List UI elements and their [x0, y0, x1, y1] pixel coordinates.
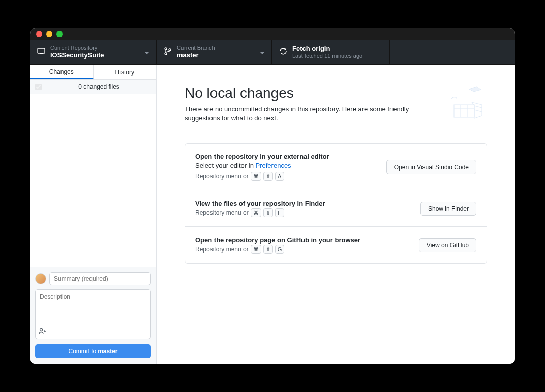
sync-icon	[279, 47, 287, 57]
svg-rect-0	[38, 48, 45, 53]
svg-line-10	[474, 106, 482, 108]
svg-line-11	[474, 110, 482, 112]
card-shortcut: Repository menu or⌘⇧G	[195, 245, 409, 254]
suggestion-card: View the files of your repository in Fin…	[185, 190, 487, 227]
keyboard-key: ⇧	[263, 172, 273, 181]
repo-label: Current Repository	[50, 45, 140, 51]
add-coauthors-button[interactable]	[36, 325, 150, 339]
commit-button-branch: master	[98, 348, 117, 355]
caret-down-icon	[260, 48, 264, 57]
caret-down-icon	[145, 48, 149, 57]
card-title: Open the repository page on GitHub in yo…	[195, 236, 409, 244]
changed-files-count: 0 changed files	[47, 83, 151, 90]
app-window: Current Repository IOSSecuritySuite Curr…	[30, 28, 515, 364]
svg-point-3	[165, 53, 167, 55]
keyboard-key: ⌘	[251, 172, 261, 181]
page-subtitle: There are no uncommitted changes in this…	[185, 105, 444, 123]
svg-point-5	[40, 329, 43, 331]
keyboard-key: ⇧	[263, 245, 273, 254]
changes-list	[30, 94, 156, 267]
window-maximize-button[interactable]	[56, 31, 63, 37]
content-area: No local changes There are no uncommitte…	[157, 65, 515, 364]
branch-name: master	[177, 51, 255, 59]
avatar	[35, 273, 46, 284]
window-minimize-button[interactable]	[46, 31, 52, 37]
repo-name: IOSSecuritySuite	[50, 51, 140, 59]
hero-illustration	[444, 84, 487, 122]
keyboard-key: F	[275, 208, 284, 217]
titlebar	[30, 28, 515, 40]
branch-label: Current Branch	[177, 45, 255, 51]
commit-button-prefix: Commit to	[68, 348, 96, 355]
card-action-button[interactable]: Show in Finder	[420, 202, 476, 216]
window-close-button[interactable]	[36, 31, 42, 37]
card-shortcut: Repository menu or⌘⇧F	[195, 208, 410, 217]
page-title: No local changes	[185, 85, 487, 102]
commit-description-input[interactable]	[36, 290, 150, 325]
commit-button[interactable]: Commit to master	[35, 344, 151, 358]
current-branch-dropdown[interactable]: Current Branch master	[157, 40, 272, 64]
keyboard-key: G	[275, 245, 285, 254]
card-subtitle: Select your editor in Preferences	[195, 161, 376, 169]
sidebar: Changes History 0 changed files	[30, 65, 157, 364]
toolbar: Current Repository IOSSecuritySuite Curr…	[30, 40, 515, 65]
svg-rect-6	[454, 105, 474, 117]
current-repository-dropdown[interactable]: Current Repository IOSSecuritySuite	[30, 40, 157, 64]
commit-summary-input[interactable]	[49, 272, 151, 285]
keyboard-key: ⇧	[263, 208, 273, 217]
select-all-checkbox[interactable]	[35, 84, 42, 90]
sidebar-tabs: Changes History	[30, 65, 156, 80]
keyboard-key: A	[275, 172, 284, 181]
card-action-button[interactable]: Open in Visual Studio Code	[386, 160, 476, 174]
git-branch-icon	[164, 47, 172, 57]
svg-rect-1	[40, 53, 43, 54]
main-area: Changes History 0 changed files	[30, 65, 515, 364]
svg-point-4	[169, 49, 171, 51]
repo-icon	[37, 47, 45, 57]
svg-point-2	[165, 48, 167, 50]
fetch-status: Last fetched 11 minutes ago	[292, 53, 382, 59]
fetch-origin-button[interactable]: Fetch origin Last fetched 11 minutes ago	[272, 40, 389, 64]
card-action-button[interactable]: View on GitHub	[419, 238, 476, 252]
commit-panel: Commit to master	[30, 267, 156, 364]
tab-changes[interactable]: Changes	[30, 65, 94, 79]
fetch-label: Fetch origin	[292, 45, 382, 53]
card-title: Open the repository in your external edi…	[195, 153, 376, 160]
suggestion-cards: Open the repository in your external edi…	[185, 143, 487, 264]
suggestion-card: Open the repository page on GitHub in yo…	[185, 227, 487, 263]
card-shortcut: Repository menu or⌘⇧A	[195, 172, 376, 181]
suggestion-card: Open the repository in your external edi…	[185, 144, 487, 190]
toolbar-spacer	[389, 40, 515, 64]
changes-header: 0 changed files	[30, 80, 156, 94]
keyboard-key: ⌘	[251, 208, 261, 217]
card-title: View the files of your repository in Fin…	[195, 200, 410, 207]
tab-history[interactable]: History	[94, 65, 157, 79]
preferences-link[interactable]: Preferences	[256, 161, 291, 169]
keyboard-key: ⌘	[251, 245, 261, 254]
